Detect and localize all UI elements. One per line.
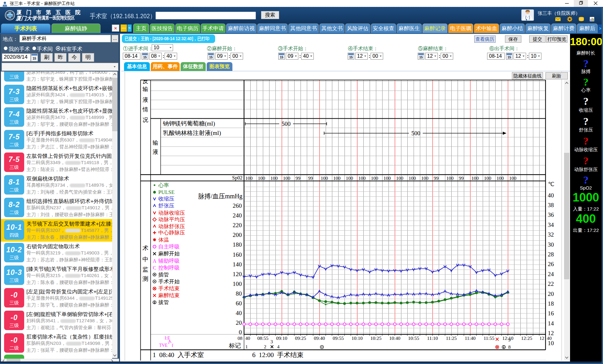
svg-text:输: 输 — [142, 86, 148, 92]
svg-text:12:10: 12:10 — [502, 335, 513, 341]
svg-text:40: 40 — [547, 335, 552, 341]
svg-text:测: 测 — [143, 276, 149, 282]
svg-text:心率: 心率 — [158, 182, 169, 188]
svg-text:18: 18 — [548, 300, 554, 307]
svg-text:术: 术 — [143, 245, 149, 251]
svg-text:500: 500 — [282, 120, 291, 127]
svg-text:中心静脉压: 中心静脉压 — [158, 230, 185, 236]
svg-text:C: C — [153, 265, 156, 270]
svg-text:99: 99 — [296, 175, 301, 181]
svg-text:30: 30 — [548, 241, 554, 248]
svg-text:26: 26 — [548, 261, 554, 267]
svg-text:14: 14 — [548, 320, 554, 327]
svg-text:100: 100 — [371, 175, 378, 181]
svg-text:100: 100 — [358, 175, 366, 181]
svg-text:8: 8 — [508, 344, 511, 350]
svg-text:100: 100 — [333, 175, 341, 181]
svg-text:100: 100 — [471, 175, 479, 181]
svg-text:160: 160 — [233, 251, 242, 258]
svg-text:动脉收缩压: 动脉收缩压 — [158, 210, 185, 216]
svg-text:40: 40 — [236, 310, 242, 316]
svg-text:240: 240 — [233, 212, 242, 219]
svg-text:11:40: 11:40 — [465, 335, 476, 341]
svg-text:况: 况 — [143, 117, 148, 123]
svg-text:体温: 体温 — [158, 237, 169, 243]
svg-text:12: 12 — [540, 335, 545, 341]
svg-text:100: 100 — [233, 281, 242, 287]
svg-text:100: 100 — [245, 175, 253, 181]
svg-text:11:25: 11:25 — [446, 335, 457, 341]
svg-text:09:25: 09:25 — [295, 335, 306, 341]
svg-text:10:25: 10:25 — [370, 335, 382, 341]
svg-text:100: 100 — [321, 175, 328, 181]
svg-text:36: 36 — [548, 211, 554, 218]
svg-text:500: 500 — [411, 130, 421, 136]
svg-text:08:55: 08:55 — [257, 335, 269, 341]
svg-text:6 12:00 手术结束: 6 12:00 手术结束 — [252, 351, 303, 359]
svg-text:0: 0 — [239, 329, 242, 335]
svg-text:液: 液 — [153, 149, 158, 155]
svg-text:100: 100 — [383, 175, 391, 181]
svg-text:100: 100 — [396, 175, 404, 181]
svg-text:34: 34 — [548, 222, 554, 228]
svg-text:A: A — [153, 258, 156, 264]
svg-text:99: 99 — [308, 175, 313, 181]
svg-text:12:25: 12:25 — [521, 335, 532, 341]
svg-text:80: 80 — [236, 290, 242, 297]
svg-text:10:55: 10:55 — [408, 335, 419, 341]
svg-text:28: 28 — [548, 251, 554, 258]
svg-text:38: 38 — [548, 202, 554, 208]
svg-text:99: 99 — [459, 175, 464, 181]
svg-text:手术结束: 手术结束 — [158, 286, 180, 292]
svg-text:中: 中 — [143, 256, 149, 263]
svg-text:辅助呼吸: 辅助呼吸 — [158, 258, 180, 264]
svg-text:09:55: 09:55 — [333, 335, 344, 341]
svg-text:插管: 插管 — [158, 272, 169, 278]
svg-text:20: 20 — [236, 319, 242, 326]
svg-text:f: f — [172, 343, 173, 348]
svg-text:I:E: I:E — [165, 336, 170, 340]
svg-text:09:10: 09:10 — [276, 335, 287, 341]
svg-text:麻醉结束: 麻醉结束 — [158, 292, 180, 298]
svg-text:16: 16 — [548, 310, 554, 317]
svg-text:220: 220 — [233, 222, 242, 228]
svg-text:情: 情 — [142, 106, 148, 113]
svg-text:22: 22 — [548, 281, 554, 287]
svg-text:动脉平均压: 动脉平均压 — [158, 217, 185, 222]
svg-text:收缩压: 收缩压 — [158, 196, 174, 202]
svg-text:100: 100 — [484, 175, 492, 181]
svg-text:09:40: 09:40 — [314, 335, 325, 341]
svg-text:脉搏/血压mmHg: 脉搏/血压mmHg — [198, 193, 242, 200]
svg-text:100: 100 — [270, 175, 278, 181]
svg-text:260: 260 — [233, 202, 242, 209]
svg-text:监: 监 — [143, 266, 149, 273]
svg-text:20: 20 — [548, 291, 554, 297]
svg-text:32: 32 — [548, 231, 554, 238]
svg-text:麻醉开始: 麻醉开始 — [158, 251, 180, 257]
svg-text:标记: 标记 — [229, 342, 241, 349]
svg-text:10:10: 10:10 — [351, 335, 363, 341]
svg-text:手术开始: 手术开始 — [158, 279, 180, 285]
svg-text:Sp02: Sp02 — [232, 175, 242, 181]
svg-text:钠钾镁钙葡萄糖(ml): 钠钾镁钙葡萄糖(ml) — [163, 120, 215, 127]
svg-text:10:40: 10:40 — [389, 335, 400, 341]
svg-text:11:55: 11:55 — [484, 335, 495, 341]
svg-text:200: 200 — [233, 232, 242, 238]
svg-text:100: 100 — [346, 175, 353, 181]
svg-text:输: 输 — [152, 140, 158, 146]
svg-text:99: 99 — [434, 175, 439, 181]
svg-text:℃: ℃ — [548, 181, 554, 187]
svg-text:100: 100 — [446, 175, 454, 181]
svg-text:100: 100 — [421, 175, 429, 181]
svg-text:9: 9 — [508, 337, 511, 342]
svg-text:液: 液 — [143, 97, 148, 103]
svg-text:100: 100 — [283, 175, 291, 181]
svg-text:08: 08 — [238, 335, 243, 341]
svg-text:TVE: TVE — [159, 343, 167, 348]
svg-text:PULSE: PULSE — [158, 189, 175, 195]
svg-text:100: 100 — [497, 175, 504, 181]
svg-text:4: 4 — [277, 344, 280, 349]
svg-text:乳酸钠林格注射液(ml): 乳酸钠林格注射液(ml) — [163, 130, 221, 136]
svg-text:120: 120 — [233, 271, 242, 277]
svg-text:100: 100 — [509, 175, 517, 181]
